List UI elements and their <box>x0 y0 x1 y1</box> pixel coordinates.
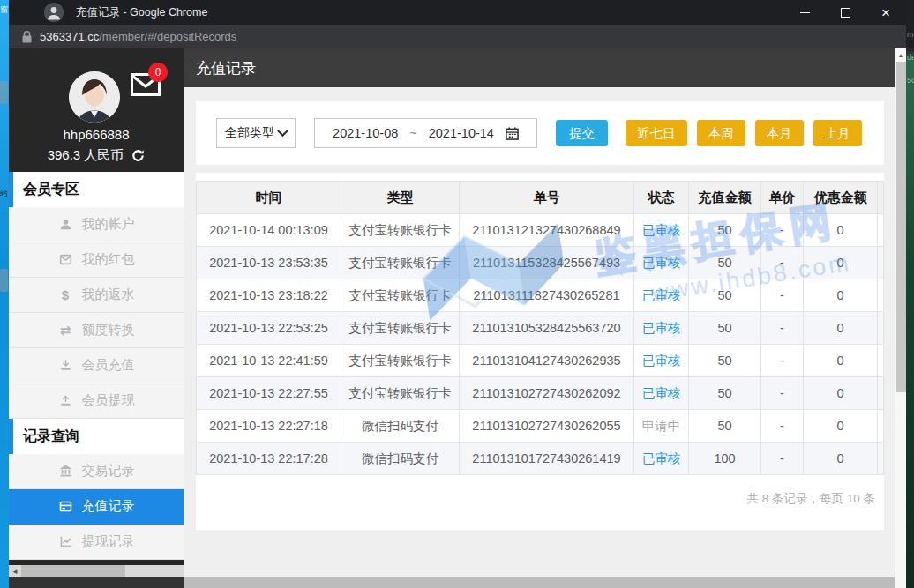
order-number-cell: 211013111827430265281 <box>460 279 634 312</box>
desktop-icon-fragment <box>0 81 8 104</box>
minimize-icon <box>800 12 810 13</box>
amount-cell: 100 <box>689 443 761 475</box>
sidebar-item[interactable]: 会员充值 <box>9 348 184 383</box>
minimize-button[interactable] <box>784 0 825 25</box>
submit-button[interactable]: 提交 <box>556 120 608 146</box>
sidebar-item[interactable]: 我的红包 <box>9 242 184 278</box>
time-cell: 2021-10-13 22:17:28 <box>197 443 341 475</box>
time-cell: 2021-10-13 23:18:22 <box>197 279 341 312</box>
record-count-summary: 共 8 条记录，每页 10 条 <box>196 491 884 507</box>
quick-range-button[interactable]: 本月 <box>755 120 804 146</box>
sidebar-item[interactable]: 交易记录 <box>9 454 184 489</box>
sidebar-item-label: 会员充值 <box>82 357 135 374</box>
chart-icon <box>58 534 73 549</box>
quick-range-button[interactable]: 本周 <box>697 120 745 146</box>
quick-buttons: 近七日本周本月上月 <box>626 120 862 146</box>
clipped-cell <box>878 214 884 247</box>
quick-range-button[interactable]: 近七日 <box>626 120 687 146</box>
amount-cell: 50 <box>689 247 761 279</box>
date-to-value: 2021-10-14 <box>429 126 494 140</box>
discount-cell: 0 <box>804 247 878 279</box>
column-header: 充值金额 <box>689 182 761 214</box>
column-header: 单号 <box>460 182 634 214</box>
url-path: /member/#/depositRecords <box>99 30 236 43</box>
unit-price-cell: - <box>761 410 804 443</box>
sidebar-item[interactable]: 充值记录 <box>9 489 184 525</box>
sidebar-bottom-strip <box>9 577 184 588</box>
background-window-fragment: 50 <box>907 76 914 85</box>
desktop-icon-fragment <box>0 269 8 292</box>
sidebar-item[interactable]: $我的返水 <box>9 278 184 313</box>
order-number-cell: 211013115328425567493 <box>460 247 634 279</box>
maximize-icon <box>841 8 850 18</box>
order-number-cell: 211013101727430261419 <box>460 443 634 475</box>
amount-cell: 50 <box>689 279 761 312</box>
unit-price-cell: - <box>761 443 804 475</box>
lock-icon <box>22 31 32 43</box>
type-cell: 支付宝转账银行卡 <box>341 345 460 377</box>
records-card: 时间类型单号状态充值金额单价优惠金额 2021-10-14 00:13:09支付… <box>196 173 884 530</box>
desktop-icon-fragment: 站 <box>0 188 8 199</box>
address-bar[interactable]: 5363371.cc/member/#/depositRecords <box>9 25 906 48</box>
quick-range-button[interactable]: 上月 <box>813 120 862 146</box>
chrome-profile-icon <box>44 3 64 22</box>
user-avatar[interactable] <box>69 71 120 123</box>
browser-window: 充值记录 - Google Chrome × 5363371.cc/member… <box>9 0 906 588</box>
amount-cell: 50 <box>689 312 761 345</box>
sidebar-item[interactable]: 会员提现 <box>9 383 184 419</box>
filter-bar: 全部类型 2021-10-08 ~ 2021-10-14 提交 近七日本周本月上… <box>196 101 884 165</box>
scroll-up-icon[interactable]: ▲ <box>895 48 906 61</box>
discount-cell: 0 <box>804 345 878 377</box>
sidebar-item-label: 提现记录 <box>82 533 135 550</box>
order-number-cell: 211013102727430262092 <box>460 377 634 410</box>
time-cell: 2021-10-13 22:53:25 <box>197 312 341 345</box>
time-cell: 2021-10-13 22:27:55 <box>197 377 341 410</box>
order-number-cell: 211013102727430262055 <box>460 410 634 443</box>
refresh-icon[interactable] <box>131 149 145 162</box>
sidebar-item[interactable]: 提现记录 <box>9 525 184 560</box>
table-row: 2021-10-13 22:27:18微信扫码支付211013102727430… <box>197 410 884 443</box>
column-header: 类型 <box>341 182 460 214</box>
clipped-cell <box>878 247 884 279</box>
background-window-fragment: de <box>907 53 914 62</box>
maximize-button[interactable] <box>825 0 865 25</box>
status-cell: 已审核 <box>634 443 689 475</box>
type-select[interactable]: 全部类型 <box>216 118 296 148</box>
discount-cell: 0 <box>804 410 878 443</box>
amount-cell: 50 <box>689 214 761 247</box>
table-row: 2021-10-13 22:17:28微信扫码支付211013101727430… <box>197 443 884 475</box>
type-cell: 支付宝转账银行卡 <box>341 377 460 410</box>
sidebar-item[interactable]: 我的帐户 <box>9 207 184 242</box>
date-range-input[interactable]: 2021-10-08 ~ 2021-10-14 <box>314 118 537 148</box>
close-button[interactable]: × <box>865 0 906 25</box>
order-number-cell: 211013105328425563720 <box>460 312 634 345</box>
table-header-row: 时间类型单号状态充值金额单价优惠金额 <box>197 182 884 214</box>
sidebar-item[interactable]: ⇄额度转换 <box>9 313 184 348</box>
type-cell: 支付宝转账银行卡 <box>341 214 460 247</box>
withdraw-icon <box>58 393 73 408</box>
scrollbar-thumb[interactable] <box>896 62 906 392</box>
unit-price-cell: - <box>761 214 804 247</box>
clipped-cell <box>878 377 884 410</box>
url-domain: 5363371.cc <box>40 30 99 43</box>
page-vertical-scrollbar[interactable]: ▲ <box>895 48 906 588</box>
window-title: 充值记录 - Google Chrome <box>76 0 207 25</box>
username: hhp666888 <box>9 127 184 142</box>
table-row: 2021-10-13 23:18:22支付宝转账银行卡2110131118274… <box>197 279 884 312</box>
background-window-fragment: m <box>907 30 914 39</box>
sidebar-item-label: 额度转换 <box>82 322 135 339</box>
page-title: 充值记录 <box>184 48 895 87</box>
scrollbar-thumb[interactable] <box>21 565 125 577</box>
sidebar-section-header: 会员专区 <box>9 172 184 207</box>
date-separator: ~ <box>409 126 416 140</box>
status-cell: 申请中 <box>634 410 689 443</box>
calendar-icon <box>506 127 519 140</box>
column-header: 状态 <box>634 182 689 214</box>
status-cell: 已审核 <box>634 377 689 410</box>
status-cell: 已审核 <box>634 279 689 312</box>
scroll-left-icon[interactable]: ◄ <box>9 568 21 576</box>
sidebar: 0 hhp666888 396.3 人民币 会员专区我的帐户我的红包$我的返水⇄… <box>9 48 184 588</box>
packet-icon <box>58 252 73 267</box>
clipped-cell <box>878 312 884 345</box>
sidebar-horizontal-scrollbar[interactable]: ◄ <box>9 565 184 577</box>
